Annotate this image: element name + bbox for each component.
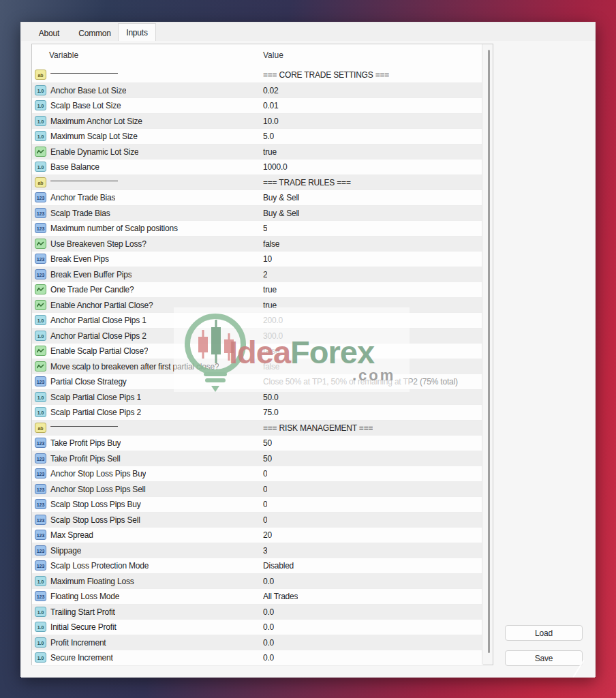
value-cell[interactable]: 300.0 [263, 331, 283, 341]
value-cell[interactable]: 0 [263, 515, 267, 525]
table-row[interactable]: 123Max Spread20 [32, 528, 483, 543]
value-cell[interactable]: 0.02 [263, 86, 279, 95]
value-cell[interactable]: false [263, 239, 279, 249]
value-cell[interactable]: 1000.0 [263, 162, 288, 172]
value-cell[interactable]: Close 50% at TP1, 50% of remaining at TP… [263, 377, 458, 386]
integer-type-icon: 123 [35, 468, 46, 479]
table-row[interactable]: Enable Scalp Partial Close?false [32, 344, 483, 359]
value-cell[interactable]: === TRADE RULES === [263, 178, 351, 187]
table-row[interactable]: ab—————————=== CORE TRADE SETTINGS === [32, 67, 483, 83]
table-row[interactable]: ab—————————=== TRADE RULES === [32, 175, 483, 191]
value-cell[interactable]: Buy & Sell [263, 193, 299, 202]
table-row[interactable]: 1.0Maximum Scalp Lot Size5.0 [32, 129, 483, 145]
value-cell[interactable]: === CORE TRADE SETTINGS === [263, 70, 389, 80]
table-row[interactable]: 123Break Even Buffer Pips2 [32, 267, 483, 283]
table-row[interactable]: Move scalp to breakeven after first part… [32, 359, 483, 375]
table-row[interactable]: 1.0Maximum Floating Loss0.0 [32, 574, 483, 590]
variable-label: Partial Close Strategy [50, 377, 127, 386]
table-row[interactable]: One Trade Per Candle?true [32, 282, 483, 298]
variable-label: Scalp Partial Close Pips 2 [50, 408, 141, 417]
value-cell[interactable]: 10 [263, 254, 272, 264]
value-cell[interactable]: 20 [263, 530, 272, 540]
table-row[interactable]: 1.0Initial Secure Profit0.0 [32, 620, 483, 635]
value-cell[interactable]: 0.0 [263, 607, 274, 617]
table-row[interactable]: Enable Dynamic Lot Sizetrue [32, 145, 483, 160]
table-row[interactable]: 123Floating Loss ModeAll Trades [32, 589, 483, 605]
value-cell[interactable]: 5.0 [263, 132, 274, 141]
value-cell[interactable]: === RISK MANAGEMENT === [263, 423, 373, 433]
table-row[interactable]: ab—————————=== RISK MANAGEMENT === [32, 421, 483, 436]
tab-about[interactable]: About [27, 25, 72, 41]
value-cell[interactable]: 0.0 [263, 622, 274, 632]
tab-common[interactable]: Common [72, 25, 118, 41]
table-row[interactable]: 1.0Anchor Base Lot Size0.02 [32, 83, 483, 99]
table-row[interactable]: 123Scalp Stop Loss Pips Sell0 [32, 513, 483, 528]
table-row[interactable]: 123Take Profit Pips Sell50 [32, 451, 483, 467]
table-row[interactable]: 1.0Maximum Anchor Lot Size10.0 [32, 114, 483, 130]
value-cell[interactable]: 5 [263, 224, 267, 233]
scrollbar-thumb[interactable] [488, 50, 490, 653]
value-cell[interactable]: 200.0 [263, 316, 283, 325]
value-cell[interactable]: true [263, 285, 277, 294]
value-cell[interactable]: 0.0 [263, 577, 274, 586]
integer-type-icon: 123 [35, 560, 46, 571]
table-row[interactable]: 123Take Profit Pips Buy50 [32, 436, 483, 451]
integer-type-icon: 123 [35, 438, 46, 448]
value-cell[interactable]: 10.0 [263, 117, 279, 126]
value-cell[interactable]: 50 [263, 454, 272, 464]
table-row[interactable]: 1.0Secure Increment0.0 [32, 650, 483, 666]
table-row[interactable]: 1.0Anchor Partial Close Pips 1200.0 [32, 313, 483, 329]
table-row[interactable]: 1.0Anchor Partial Close Pips 2300.0 [32, 329, 483, 344]
variable-label: ————————— [50, 176, 118, 185]
tab-inputs[interactable]: Inputs [118, 23, 156, 42]
table-row[interactable]: 123Anchor Stop Loss Pips Buy0 [32, 466, 483, 482]
table-row[interactable]: 123Anchor Trade BiasBuy & Sell [32, 190, 483, 206]
double-type-icon: 1.0 [35, 637, 46, 648]
variable-label: Trailing Start Profit [50, 607, 115, 617]
value-cell[interactable]: 0 [263, 485, 267, 494]
value-cell[interactable]: All Trades [263, 592, 298, 601]
table-row[interactable]: 123Maximum number of Scalp positions5 [32, 221, 483, 237]
value-cell[interactable]: true [263, 147, 277, 157]
boolean-type-icon [35, 300, 46, 310]
value-cell[interactable]: 2 [263, 270, 267, 279]
variable-label: Secure Increment [50, 653, 113, 663]
value-cell[interactable]: 75.0 [263, 408, 279, 417]
boolean-type-icon [35, 239, 46, 249]
value-cell[interactable]: 0.0 [263, 638, 274, 648]
vertical-scrollbar[interactable] [482, 44, 493, 665]
table-row[interactable]: Enable Anchor Partial Close?true [32, 298, 483, 314]
value-cell[interactable]: Buy & Sell [263, 209, 299, 218]
value-cell[interactable]: 50.0 [263, 393, 279, 402]
value-cell[interactable]: 0 [263, 500, 267, 509]
table-row[interactable]: 1.0Base Balance1000.0 [32, 160, 483, 175]
table-row[interactable]: Use Breakeven Step Loss?false [32, 237, 483, 252]
table-row[interactable]: 1.0Profit Increment0.0 [32, 635, 483, 651]
table-row[interactable]: 1.0Scalp Partial Close Pips 275.0 [32, 405, 483, 421]
table-row[interactable]: 123Scalp Stop Loss Pips Buy0 [32, 497, 483, 513]
table-row[interactable]: 123Anchor Stop Loss Pips Sell0 [32, 482, 483, 498]
value-cell[interactable]: Disabled [263, 561, 294, 571]
variable-label: Take Profit Pips Buy [50, 438, 121, 448]
table-row[interactable]: 123Slippage3 [32, 543, 483, 559]
value-cell[interactable]: 50 [263, 438, 272, 448]
tab-bar: About Common Inputs [21, 22, 595, 42]
value-cell[interactable]: true [263, 301, 277, 310]
table-row[interactable]: 1.0Scalp Partial Close Pips 150.0 [32, 390, 483, 406]
table-row[interactable]: 123Scalp Trade BiasBuy & Sell [32, 206, 483, 222]
value-cell[interactable]: false [263, 362, 279, 371]
value-cell[interactable]: 0.0 [263, 653, 274, 663]
value-cell[interactable]: 0.01 [263, 101, 279, 110]
save-button[interactable]: Save [505, 650, 583, 666]
table-row[interactable]: 1.0Trailing Start Profit0.0 [32, 605, 483, 620]
double-type-icon: 1.0 [35, 162, 46, 172]
value-cell[interactable]: 0 [263, 469, 267, 479]
table-row[interactable]: 123Scalp Loss Protection ModeDisabled [32, 558, 483, 574]
value-cell[interactable]: 3 [263, 546, 267, 556]
table-row[interactable]: 123Break Even Pips10 [32, 252, 483, 267]
value-cell[interactable]: false [263, 346, 279, 356]
variable-label: Floating Loss Mode [50, 592, 119, 601]
table-row[interactable]: 1.0Scalp Base Lot Size0.01 [32, 98, 483, 114]
load-button[interactable]: Load [505, 625, 583, 641]
table-row[interactable]: 123Partial Close StrategyClose 50% at TP… [32, 374, 483, 390]
